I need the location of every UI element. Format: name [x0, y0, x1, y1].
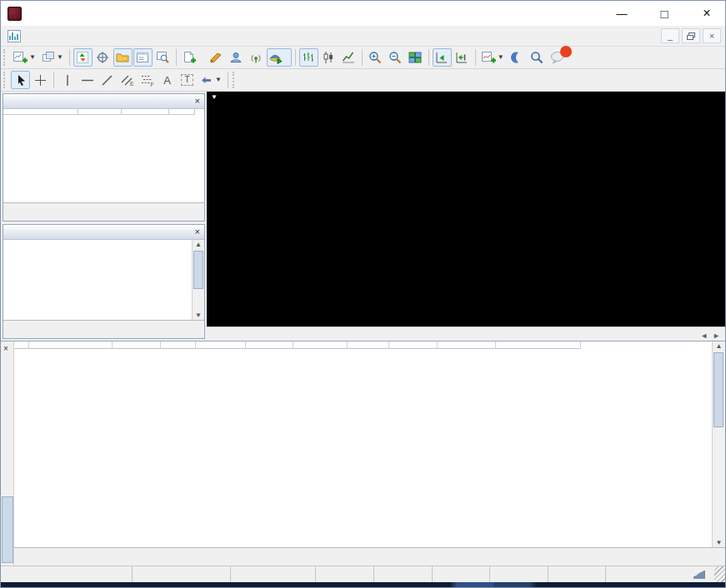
terminal-side-tab[interactable] — [2, 496, 13, 563]
vertical-line-button[interactable] — [58, 71, 77, 89]
maximize-button[interactable]: □ — [646, 1, 683, 26]
new-chart-icon — [13, 51, 28, 64]
new-order-button[interactable] — [180, 48, 206, 67]
chart-canvas[interactable] — [207, 92, 726, 326]
child-close-button[interactable]: × — [703, 28, 721, 43]
data-window-button[interactable] — [93, 48, 113, 67]
terminal-toggle-button[interactable] — [133, 48, 153, 67]
new-chart-button[interactable]: ▼ — [11, 48, 38, 67]
zoom-in-button[interactable] — [366, 48, 385, 67]
auto-scroll-button[interactable] — [433, 48, 452, 67]
status-cell — [316, 566, 374, 582]
fibonacci-button[interactable]: F — [138, 71, 157, 89]
equidistant-channel-icon: E — [120, 73, 134, 87]
navigator-toggle-button[interactable] — [113, 48, 133, 67]
periods-button[interactable] — [508, 48, 527, 67]
scroll-down-icon[interactable]: ▼ — [713, 539, 725, 546]
navigator-header[interactable]: × — [3, 225, 204, 240]
market-watch-header[interactable]: × — [3, 94, 204, 109]
bar-chart-button[interactable] — [299, 48, 318, 67]
market-watch-toggle-button[interactable] — [73, 48, 93, 67]
scrollbar-thumb[interactable] — [713, 352, 723, 427]
column-spread[interactable] — [169, 109, 195, 115]
column-ask[interactable] — [122, 109, 169, 115]
status-profile[interactable] — [133, 566, 231, 582]
column-symbol[interactable] — [196, 341, 246, 349]
text-label-button[interactable]: T — [178, 71, 197, 89]
indicators-button[interactable]: ▼ — [479, 48, 507, 67]
chart-dropdown-icon[interactable]: ▼ — [211, 93, 218, 101]
toolbar-separator — [428, 49, 429, 66]
taskbar-edge — [1, 582, 725, 587]
terminal-scrollbar[interactable]: ▲ ▼ — [712, 341, 725, 547]
chevron-down-icon: ▼ — [215, 77, 222, 83]
terminal-close-icon[interactable]: × — [3, 344, 8, 353]
toolbar-grip[interactable] — [233, 72, 237, 88]
close-icon[interactable]: × — [195, 227, 200, 237]
chart-ohlc-header: ▼ — [211, 93, 222, 101]
profiles-button[interactable]: ▼ — [39, 48, 66, 67]
line-chart-button[interactable] — [339, 48, 358, 67]
scroll-down-icon[interactable]: ▼ — [193, 311, 204, 319]
column-tp[interactable] — [293, 341, 348, 349]
zoom-out-button[interactable] — [386, 48, 405, 67]
channel-button[interactable]: E — [118, 71, 137, 89]
signals-icon — [249, 51, 263, 64]
signals-button[interactable] — [247, 48, 266, 67]
navigator-icon — [116, 51, 129, 64]
scroll-right-icon[interactable]: ► — [713, 331, 720, 340]
child-restore-button[interactable] — [682, 28, 700, 43]
metaeditor-button[interactable] — [207, 48, 226, 67]
notifications-button[interactable] — [548, 48, 568, 67]
tile-windows-button[interactable] — [406, 48, 425, 67]
svg-text:E: E — [130, 81, 134, 87]
horizontal-line-icon — [81, 74, 94, 87]
column-comment[interactable] — [496, 341, 581, 349]
toolbar-grip[interactable] — [3, 72, 8, 88]
community-button[interactable] — [227, 48, 246, 67]
chart-shift-button[interactable] — [453, 48, 472, 67]
price-chart[interactable]: ▼ — [207, 92, 726, 326]
text-button[interactable]: A — [158, 71, 177, 89]
close-icon[interactable]: × — [195, 97, 200, 106]
scrollbar-thumb[interactable] — [193, 251, 203, 289]
crosshair-button[interactable] — [31, 71, 50, 89]
connection-bars-icon — [693, 570, 707, 580]
column-swap[interactable] — [389, 341, 438, 349]
line-chart-icon — [342, 51, 355, 64]
trendline-button[interactable] — [98, 71, 117, 89]
column-profit[interactable] — [438, 341, 496, 349]
close-button[interactable]: × — [688, 1, 725, 26]
navigator-scrollbar[interactable]: ▲ ▼ — [192, 240, 204, 320]
column-bid[interactable] — [78, 109, 122, 115]
scroll-up-icon[interactable]: ▲ — [193, 241, 204, 248]
status-connection — [606, 566, 714, 582]
minimize-button[interactable]: — — [603, 1, 640, 26]
scroll-left-icon[interactable]: ◄ — [700, 331, 708, 340]
autotrading-icon — [269, 51, 283, 64]
child-minimize-button[interactable]: _ — [661, 28, 679, 43]
autotrading-button[interactable] — [267, 48, 292, 67]
column-size[interactable] — [161, 341, 196, 349]
cursor-button[interactable] — [11, 71, 30, 89]
resize-grip[interactable] — [714, 566, 725, 582]
horizontal-line-button[interactable] — [78, 71, 97, 89]
terminal-icon — [136, 51, 149, 64]
scroll-up-icon[interactable]: ▲ — [713, 342, 725, 350]
standard-toolbar: ▼ ▼ — [1, 47, 725, 69]
status-cell — [374, 566, 433, 582]
column-symbol[interactable] — [3, 109, 78, 115]
column-time[interactable] — [29, 341, 113, 349]
column-price[interactable] — [348, 341, 389, 349]
search-button[interactable] — [528, 48, 547, 67]
arrows-button[interactable]: ▼ — [198, 71, 224, 89]
strategy-tester-button[interactable] — [153, 48, 173, 67]
column-price-sorted[interactable] — [246, 341, 293, 349]
fibonacci-icon: F — [140, 73, 154, 87]
market-watch-panel: × — [3, 93, 205, 222]
menu-bar: _ × — [1, 26, 725, 47]
candlestick-icon — [322, 51, 335, 64]
toolbar-grip[interactable] — [3, 49, 8, 66]
column-type[interactable] — [113, 341, 161, 349]
candlestick-chart-button[interactable] — [319, 48, 338, 67]
